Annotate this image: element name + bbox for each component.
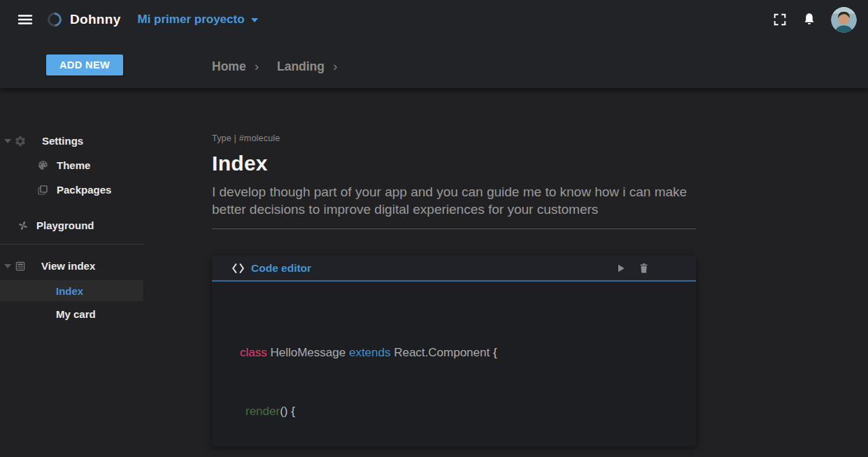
caret-down-icon bbox=[251, 18, 258, 22]
add-new-button[interactable]: ADD NEW bbox=[46, 55, 123, 75]
brand-name: Dohnny bbox=[70, 12, 121, 27]
sidebar-item-my-card[interactable]: My card bbox=[0, 305, 143, 324]
breadcrumb-item-home[interactable]: Home › bbox=[212, 59, 259, 74]
brand: Dohnny bbox=[48, 12, 121, 27]
play-icon bbox=[616, 263, 627, 274]
bell-icon bbox=[802, 12, 817, 27]
page-description: I develop though part of your app and yo… bbox=[212, 183, 696, 218]
fullscreen-button[interactable] bbox=[772, 12, 788, 27]
sidebar-item-packpages[interactable]: Packpages bbox=[0, 180, 143, 199]
view-index-icon bbox=[14, 260, 27, 273]
caret-down-icon[interactable] bbox=[4, 139, 11, 143]
project-selector[interactable]: Mi primer proyecto bbox=[138, 13, 258, 27]
breadcrumb-item-landing[interactable]: Landing › bbox=[277, 59, 337, 74]
caret-down-icon[interactable] bbox=[4, 264, 11, 268]
hamburger-icon bbox=[17, 11, 34, 28]
sidebar-item-view-index[interactable]: View index bbox=[0, 256, 143, 275]
code-area[interactable]: class HelloMessage extends React.Compone… bbox=[212, 282, 696, 447]
notifications-button[interactable] bbox=[802, 12, 817, 27]
type-label: Type | #molecule bbox=[212, 133, 696, 143]
palette-icon bbox=[36, 159, 49, 171]
fullscreen-icon bbox=[772, 12, 788, 27]
packpages-icon bbox=[36, 184, 49, 196]
delete-button[interactable] bbox=[638, 262, 650, 275]
code-editor-panel: Code editor bbox=[212, 256, 696, 447]
app-header: Dohnny Mi primer proyecto bbox=[0, 0, 868, 88]
chevron-right-icon: › bbox=[333, 59, 337, 74]
sidebar-item-theme[interactable]: Theme bbox=[0, 156, 143, 175]
project-selector-label: Mi primer proyecto bbox=[138, 13, 245, 27]
action-bar: ADD NEW Home › Landing › bbox=[0, 39, 868, 88]
content-divider bbox=[212, 228, 696, 229]
sidebar-item-index-active[interactable]: Index bbox=[0, 280, 143, 301]
main-content: Type | #molecule Index I develop though … bbox=[212, 133, 696, 447]
top-bar: Dohnny Mi primer proyecto bbox=[0, 0, 868, 39]
brand-logo-ring-icon bbox=[45, 10, 64, 29]
trash-icon bbox=[638, 262, 650, 275]
run-button[interactable] bbox=[616, 263, 627, 274]
avatar[interactable] bbox=[831, 7, 857, 33]
gear-icon bbox=[14, 135, 27, 147]
pinwheel-icon bbox=[17, 219, 29, 232]
app-root: Dohnny Mi primer proyecto bbox=[0, 0, 868, 457]
code-editor-title: Code editor bbox=[251, 262, 311, 275]
sidebar-item-playground[interactable]: Playground bbox=[0, 216, 143, 235]
code-editor-header: Code editor bbox=[212, 256, 696, 282]
sidebar: Settings Theme Packpages bbox=[0, 88, 143, 457]
sidebar-item-settings[interactable]: Settings bbox=[0, 131, 143, 150]
menu-button[interactable] bbox=[17, 11, 34, 28]
code-editor-actions bbox=[616, 262, 686, 275]
topbar-right bbox=[772, 7, 868, 33]
page-title: Index bbox=[212, 152, 696, 175]
sidebar-divider bbox=[0, 244, 143, 245]
code-line: render() { bbox=[240, 402, 696, 421]
code-brackets-icon bbox=[232, 263, 245, 274]
code-line: class HelloMessage extends React.Compone… bbox=[240, 343, 696, 363]
chevron-right-icon: › bbox=[255, 59, 259, 74]
breadcrumb: Home › Landing › bbox=[212, 59, 337, 74]
avatar-image bbox=[831, 7, 857, 33]
